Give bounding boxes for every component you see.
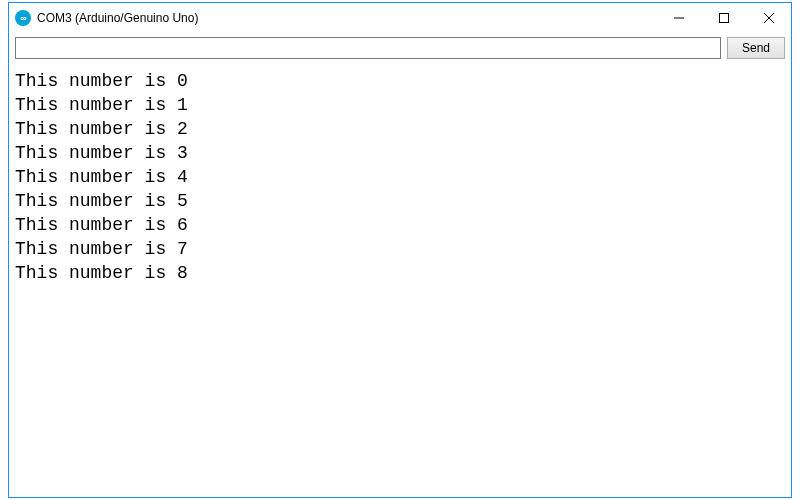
titlebar: ∞ COM3 (Arduino/Genuino Uno): [9, 3, 791, 33]
maximize-button[interactable]: [701, 3, 746, 33]
close-button[interactable]: [746, 3, 791, 33]
svg-rect-1: [719, 14, 728, 23]
serial-input[interactable]: [15, 37, 721, 59]
input-row: Send: [9, 33, 791, 65]
serial-output[interactable]: This number is 0 This number is 1 This n…: [9, 65, 791, 497]
window-controls: [656, 3, 791, 33]
minimize-button[interactable]: [656, 3, 701, 33]
send-button[interactable]: Send: [727, 37, 785, 59]
arduino-icon: ∞: [15, 10, 31, 26]
window-title: COM3 (Arduino/Genuino Uno): [37, 11, 656, 25]
serial-monitor-window: ∞ COM3 (Arduino/Genuino Uno) Send This n…: [8, 2, 792, 498]
